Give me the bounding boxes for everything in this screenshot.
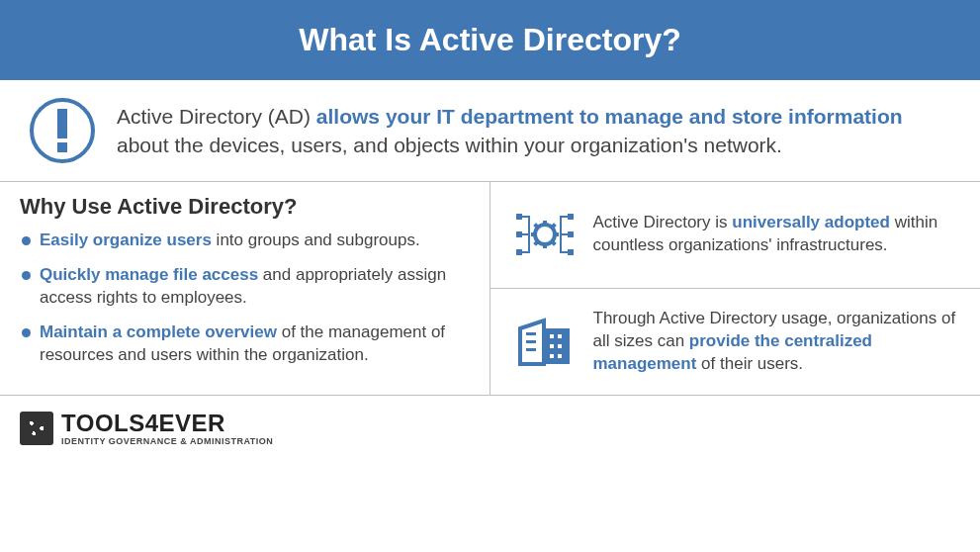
svg-rect-30 bbox=[558, 344, 562, 348]
svg-rect-11 bbox=[562, 233, 568, 235]
benefit-highlight: universally adopted bbox=[732, 213, 890, 231]
why-heading: Why Use Active Directory? bbox=[20, 194, 460, 220]
list-highlight: Easily organize users bbox=[40, 230, 212, 249]
content-section: Why Use Active Directory? Easily organiz… bbox=[0, 181, 980, 396]
intro-prefix: Active Directory (AD) bbox=[117, 105, 316, 128]
svg-rect-23 bbox=[526, 332, 536, 335]
svg-rect-5 bbox=[522, 251, 528, 253]
list-item: Maintain a complete overview of the mana… bbox=[20, 322, 460, 367]
svg-rect-10 bbox=[562, 216, 568, 218]
intro-highlight: allows your IT department to manage and … bbox=[316, 105, 903, 128]
benefit-item: Active Directory is universally adopted … bbox=[490, 182, 981, 289]
benefit-suffix: of their users. bbox=[696, 354, 803, 373]
intro-text: Active Directory (AD) allows your IT dep… bbox=[117, 102, 950, 160]
footer-tagline: IDENTITY GOVERNANCE & ADMINISTRATION bbox=[61, 437, 273, 446]
svg-point-14 bbox=[535, 225, 555, 244]
svg-rect-28 bbox=[558, 334, 562, 338]
benefit-text: Active Directory is universally adopted … bbox=[593, 212, 957, 257]
logo-mark-icon bbox=[20, 412, 53, 445]
svg-rect-12 bbox=[562, 251, 568, 253]
benefit-prefix: Active Directory is bbox=[593, 213, 733, 231]
why-list: Easily organize users into groups and su… bbox=[20, 230, 460, 367]
svg-rect-27 bbox=[550, 334, 554, 338]
svg-rect-26 bbox=[544, 328, 570, 364]
list-item: Quickly manage file access and appropria… bbox=[20, 264, 460, 310]
svg-rect-17 bbox=[531, 232, 537, 236]
benefit-item: Through Active Directory usage, organiza… bbox=[490, 289, 981, 396]
svg-rect-7 bbox=[568, 214, 574, 220]
svg-rect-2 bbox=[516, 249, 522, 255]
footer: TOOLS4EVER IDENTITY GOVERNANCE & ADMINIS… bbox=[0, 396, 980, 446]
svg-rect-3 bbox=[522, 216, 528, 218]
svg-rect-0 bbox=[516, 214, 522, 220]
svg-rect-18 bbox=[553, 232, 559, 236]
buildings-icon bbox=[514, 311, 576, 372]
svg-rect-16 bbox=[543, 242, 547, 248]
footer-text: TOOLS4EVER IDENTITY GOVERNANCE & ADMINIS… bbox=[61, 412, 273, 446]
svg-rect-15 bbox=[543, 221, 547, 227]
svg-rect-25 bbox=[526, 348, 536, 351]
svg-rect-31 bbox=[550, 354, 554, 358]
svg-rect-24 bbox=[526, 340, 536, 343]
footer-brand: TOOLS4EVER bbox=[61, 412, 273, 435]
network-gear-icon bbox=[514, 204, 576, 265]
benefit-text: Through Active Directory usage, organiza… bbox=[593, 308, 957, 376]
intro-section: Active Directory (AD) allows your IT dep… bbox=[0, 80, 980, 181]
svg-rect-29 bbox=[550, 344, 554, 348]
why-section: Why Use Active Directory? Easily organiz… bbox=[0, 182, 490, 396]
list-rest: into groups and subgroups. bbox=[212, 230, 420, 249]
svg-rect-32 bbox=[558, 354, 562, 358]
list-highlight: Quickly manage file access bbox=[40, 265, 258, 284]
svg-rect-13 bbox=[560, 216, 562, 253]
exclamation-icon bbox=[30, 98, 95, 163]
svg-rect-9 bbox=[568, 249, 574, 255]
page-title: What Is Active Directory? bbox=[299, 22, 680, 57]
list-item: Easily organize users into groups and su… bbox=[20, 230, 460, 252]
svg-rect-8 bbox=[568, 231, 574, 237]
svg-rect-1 bbox=[516, 231, 522, 237]
list-highlight: Maintain a complete overview bbox=[40, 322, 277, 341]
svg-rect-6 bbox=[528, 216, 530, 253]
page-title-banner: What Is Active Directory? bbox=[0, 0, 980, 80]
intro-suffix: about the devices, users, and objects wi… bbox=[117, 134, 782, 156]
benefits-section: Active Directory is universally adopted … bbox=[490, 182, 981, 396]
svg-rect-4 bbox=[522, 233, 528, 235]
